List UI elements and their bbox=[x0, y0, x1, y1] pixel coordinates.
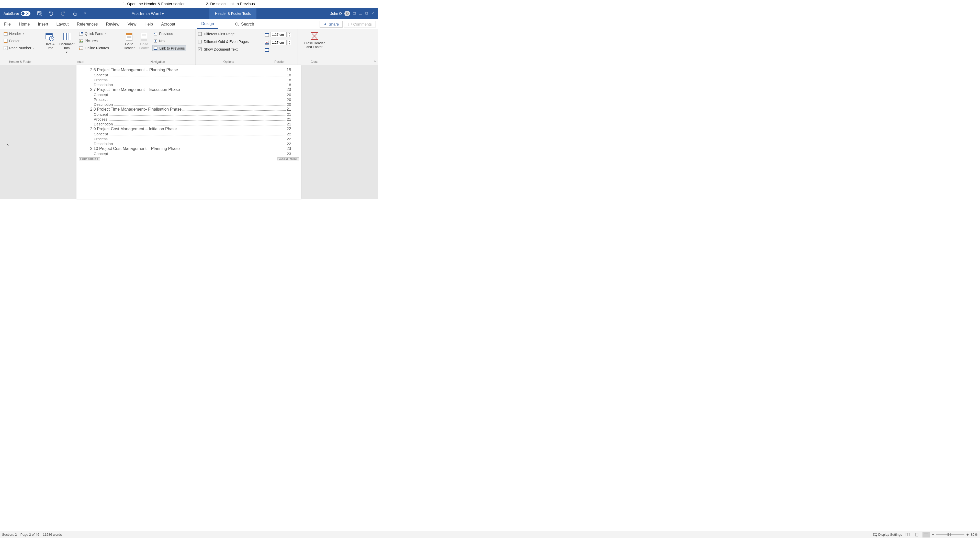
document-info-button[interactable]: Document Info▾ bbox=[58, 31, 75, 55]
context-tab-header-footer-tools[interactable]: Header & Footer Tools bbox=[209, 8, 256, 19]
toc-text: Description bbox=[94, 83, 113, 87]
quick-access-toolbar bbox=[37, 11, 86, 17]
toc-page: 23 bbox=[287, 151, 291, 156]
toc-text: Process bbox=[94, 117, 108, 121]
toc-page: 21 bbox=[287, 117, 291, 121]
link-to-previous-button[interactable]: Link to Previous bbox=[153, 45, 186, 51]
toc-text: Concept bbox=[94, 92, 108, 97]
toc-page: 22 bbox=[287, 136, 291, 141]
page-number-button[interactable]: # Page Number▾ bbox=[3, 45, 35, 51]
qat-customize-icon[interactable] bbox=[84, 11, 86, 16]
svg-rect-5 bbox=[366, 12, 368, 14]
toc-text: 2.7 Project Time Management – Execution … bbox=[90, 87, 180, 92]
close-icon bbox=[310, 32, 319, 41]
svg-rect-24 bbox=[81, 32, 83, 33]
footer-section-tag: Footer -Section 2- bbox=[79, 157, 100, 160]
tab-view[interactable]: View bbox=[124, 19, 140, 29]
maximize-icon[interactable] bbox=[365, 11, 368, 16]
toc-line: 2.10 Project Cost Management – Planning … bbox=[90, 146, 291, 151]
header-button[interactable]: Header▾ bbox=[3, 31, 35, 37]
close-window-icon[interactable] bbox=[371, 11, 375, 16]
different-odd-even-checkbox[interactable]: Different Odd & Even Pages bbox=[198, 40, 249, 44]
svg-rect-47 bbox=[265, 51, 269, 52]
tab-review[interactable]: Review bbox=[102, 19, 123, 29]
tab-insert[interactable]: Insert bbox=[34, 19, 52, 29]
search-label: Search bbox=[241, 22, 254, 27]
title-bar: AutoSave Off Academia Word ▾ Header & Fo… bbox=[0, 8, 378, 19]
share-button[interactable]: Share bbox=[320, 21, 343, 28]
touch-mode-icon[interactable] bbox=[72, 11, 78, 17]
user-name: John O bbox=[330, 11, 342, 16]
comments-button[interactable]: Comments bbox=[344, 21, 375, 28]
tab-file[interactable]: File bbox=[0, 19, 15, 29]
goto-footer-icon bbox=[140, 32, 148, 42]
toc-text: Process bbox=[94, 78, 108, 82]
pictures-button[interactable]: Pictures bbox=[78, 38, 110, 44]
insert-alignment-tab-button[interactable] bbox=[265, 48, 291, 52]
different-first-page-checkbox[interactable]: Different First Page bbox=[198, 32, 249, 36]
same-as-previous-tag: Same as Previous bbox=[277, 157, 299, 160]
autosave-control[interactable]: AutoSave Off bbox=[3, 11, 30, 16]
toc-line: Process21 bbox=[90, 117, 291, 121]
footer-position-spinner[interactable]: ▲▼ bbox=[288, 40, 291, 45]
next-button[interactable]: Next bbox=[153, 38, 186, 44]
svg-rect-30 bbox=[126, 33, 132, 35]
tab-help[interactable]: Help bbox=[140, 19, 157, 29]
svg-rect-18 bbox=[46, 33, 52, 35]
group-label-header-footer: Header & Footer bbox=[3, 59, 38, 64]
svg-rect-36 bbox=[142, 35, 146, 36]
tab-home[interactable]: Home bbox=[15, 19, 34, 29]
tab-layout[interactable]: Layout bbox=[52, 19, 73, 29]
footer-button[interactable]: Footer▾ bbox=[3, 38, 35, 44]
ribbon: Header▾ Footer▾ # Page Number▾ Header & … bbox=[0, 29, 378, 65]
svg-rect-40 bbox=[154, 49, 157, 50]
header-position-spinner[interactable]: ▲▼ bbox=[288, 32, 291, 37]
quick-parts-button[interactable]: Quick Parts▾ bbox=[78, 31, 110, 37]
date-time-button[interactable]: Date & Time bbox=[43, 31, 56, 50]
tab-acrobat[interactable]: Acrobat bbox=[157, 19, 179, 29]
save-icon[interactable] bbox=[37, 11, 42, 17]
toc-text: Concept bbox=[94, 151, 108, 156]
footer-icon bbox=[3, 39, 8, 43]
close-header-footer-button[interactable]: Close Header and Footer bbox=[303, 31, 326, 49]
toc-page: 18 bbox=[287, 73, 291, 77]
svg-rect-34 bbox=[141, 38, 147, 41]
redo-icon[interactable] bbox=[60, 11, 66, 17]
autosave-state: Off bbox=[26, 12, 29, 15]
user-avatar[interactable]: JO bbox=[344, 11, 350, 16]
toc-line: Process18 bbox=[90, 78, 291, 82]
toc-line: Concept23 bbox=[90, 151, 291, 156]
goto-header-button[interactable]: Go to Header bbox=[123, 31, 136, 50]
online-pictures-button[interactable]: Online Pictures bbox=[78, 45, 110, 51]
svg-rect-1 bbox=[38, 11, 40, 13]
toc-page: 22 bbox=[287, 141, 291, 146]
toc-page: 20 bbox=[287, 92, 291, 97]
header-from-top-field[interactable]: 1.27 cm ▲▼ bbox=[265, 32, 291, 37]
autosave-toggle[interactable]: Off bbox=[21, 11, 30, 16]
undo-icon[interactable] bbox=[48, 11, 54, 17]
toc-text: Description bbox=[94, 122, 113, 126]
show-document-text-checkbox[interactable]: Show Document Text bbox=[198, 47, 249, 51]
footer-position-icon bbox=[265, 40, 269, 45]
goto-footer-button: Go to Footer bbox=[138, 31, 150, 50]
toc-line: Description20 bbox=[90, 102, 291, 106]
tab-references[interactable]: References bbox=[73, 19, 102, 29]
toc-line: Concept18 bbox=[90, 73, 291, 77]
svg-rect-10 bbox=[348, 23, 351, 25]
search-box[interactable]: Search bbox=[231, 22, 258, 27]
svg-line-9 bbox=[238, 25, 239, 26]
toc-text: 2.8 Project Time Management– Finalisatio… bbox=[90, 107, 182, 112]
svg-rect-32 bbox=[127, 37, 131, 38]
toc-page: 20 bbox=[287, 97, 291, 102]
footer-from-bottom-field[interactable]: 1.27 cm ▲▼ bbox=[265, 40, 291, 45]
quick-parts-icon bbox=[79, 32, 83, 36]
toc-line: Concept22 bbox=[90, 132, 291, 136]
ribbon-display-options-icon[interactable] bbox=[353, 11, 356, 16]
collapse-ribbon-icon[interactable]: ^ bbox=[374, 60, 375, 63]
toc-line: 2.6 Project Time Management – Planning P… bbox=[90, 68, 291, 72]
document-page[interactable]: 2.6 Project Time Management – Planning P… bbox=[76, 65, 301, 199]
minimize-icon[interactable] bbox=[359, 11, 362, 16]
previous-button[interactable]: Previous bbox=[153, 31, 186, 37]
svg-rect-35 bbox=[142, 35, 146, 35]
tab-design[interactable]: Design bbox=[197, 19, 218, 29]
